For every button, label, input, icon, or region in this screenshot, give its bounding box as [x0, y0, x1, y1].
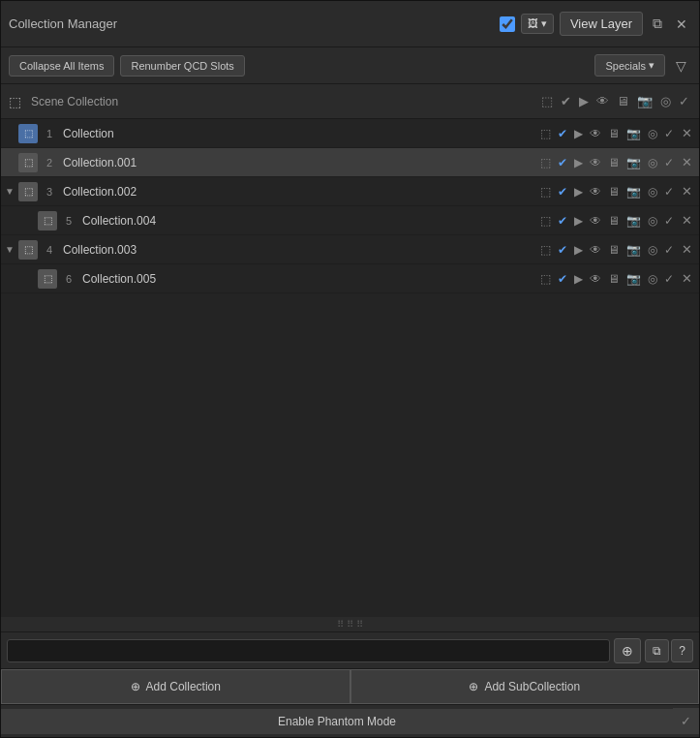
- remove-btn[interactable]: ✕: [679, 154, 695, 170]
- action-camera-icon[interactable]: 📷: [624, 184, 643, 200]
- action-eye-icon[interactable]: 👁: [588, 242, 603, 258]
- action-monitor-icon[interactable]: 🖥: [606, 155, 622, 170]
- action-check-icon[interactable]: ✔: [556, 184, 569, 200]
- close-btn[interactable]: ✕: [672, 15, 691, 34]
- col-monitor-icon[interactable]: 🖥: [615, 93, 631, 109]
- table-row[interactable]: ▼ ⬚ 4 Collection.003 ⬚ ✔ ▶ 👁 🖥 📷 ◎ ✓ ✕: [1, 235, 699, 264]
- search-input[interactable]: [7, 639, 610, 662]
- collapse-all-btn[interactable]: Collapse All Items: [9, 55, 114, 77]
- action-camera-icon[interactable]: 📷: [624, 155, 643, 170]
- search-bar: ⊕ ⧉ ?: [1, 631, 699, 668]
- search-add-btn[interactable]: ⊕: [614, 638, 641, 663]
- action-eye-icon[interactable]: 👁: [588, 184, 603, 200]
- expand-icon: [5, 157, 18, 168]
- action-tick-icon[interactable]: ✓: [662, 155, 676, 170]
- action-check-icon[interactable]: ✔: [556, 213, 569, 229]
- renumber-qcd-btn[interactable]: Renumber QCD Slots: [120, 55, 244, 77]
- action-tick-icon[interactable]: ✓: [662, 213, 676, 229]
- action-arrow-icon[interactable]: ▶: [572, 213, 585, 229]
- collection-actions: ⬚ ✔ ▶ 👁 🖥 📷 ◎ ✓ ✕: [538, 125, 695, 141]
- specials-btn[interactable]: Specials ▾: [594, 54, 665, 77]
- action-eye-icon[interactable]: 👁: [588, 155, 603, 170]
- action-eye-icon[interactable]: 👁: [588, 213, 603, 229]
- action-circle-icon[interactable]: ◎: [646, 242, 659, 258]
- action-circle-icon[interactable]: ◎: [646, 126, 659, 141]
- action-arrow-icon[interactable]: ▶: [572, 155, 585, 170]
- action-tick-icon[interactable]: ✓: [662, 126, 676, 141]
- remove-btn[interactable]: ✕: [679, 183, 695, 200]
- collection-actions: ⬚ ✔ ▶ 👁 🖥 📷 ◎ ✓ ✕: [538, 270, 695, 287]
- action-circle-icon[interactable]: ◎: [646, 271, 659, 287]
- action-monitor-icon[interactable]: 🖥: [606, 213, 622, 229]
- expand-icon[interactable]: [5, 128, 18, 138]
- col-eye-icon[interactable]: 👁: [594, 93, 611, 109]
- action-exclude-icon[interactable]: ⬚: [538, 271, 553, 287]
- action-monitor-icon[interactable]: 🖥: [606, 184, 622, 200]
- action-tick-icon[interactable]: ✓: [662, 184, 676, 200]
- action-circle-icon[interactable]: ◎: [646, 213, 659, 229]
- action-eye-icon[interactable]: 👁: [588, 271, 603, 287]
- action-circle-icon[interactable]: ◎: [646, 184, 659, 200]
- enable-phantom-btn[interactable]: Enable Phantom Mode: [1, 709, 673, 734]
- action-exclude-icon[interactable]: ⬚: [538, 126, 553, 141]
- action-exclude-icon[interactable]: ⬚: [538, 155, 553, 170]
- action-check-icon[interactable]: ✔: [556, 155, 569, 170]
- action-check-icon[interactable]: ✔: [556, 271, 569, 287]
- view-toggle-btn-2[interactable]: ?: [671, 639, 693, 662]
- col-camera-icon[interactable]: 📷: [635, 93, 654, 109]
- view-toggle-btn-1[interactable]: ⧉: [645, 639, 669, 662]
- action-camera-icon[interactable]: 📷: [624, 126, 643, 141]
- table-row[interactable]: ⬚ 5 Collection.004 ⬚ ✔ ▶ 👁 🖥 📷 ◎ ✓ ✕: [1, 206, 699, 235]
- image-icon-btn[interactable]: 🖼 ▾: [521, 14, 554, 34]
- table-row[interactable]: ⬚ 2 Collection.001 ⬚ ✔ ▶ 👁 🖥 📷 ◎ ✓ ✕: [1, 148, 699, 177]
- filter-btn[interactable]: ▽: [671, 56, 691, 76]
- collection-number: 3: [42, 186, 57, 198]
- action-check-icon[interactable]: ✔: [556, 242, 569, 258]
- action-arrow-icon[interactable]: ▶: [572, 184, 585, 200]
- add-collection-btn[interactable]: ⊕ Add Collection: [1, 669, 350, 704]
- remove-btn[interactable]: ✕: [679, 212, 695, 229]
- action-arrow-icon[interactable]: ▶: [572, 126, 585, 141]
- action-tick-icon[interactable]: ✓: [662, 271, 676, 287]
- col-exclude-icon[interactable]: ⬚: [539, 93, 555, 109]
- collection-number: 4: [42, 244, 57, 256]
- copy-btn[interactable]: ⧉: [649, 14, 666, 34]
- collection-name: Collection.002: [57, 185, 538, 199]
- col-arrow-icon[interactable]: ▶: [577, 93, 591, 109]
- col-tick-icon[interactable]: ✓: [677, 93, 691, 109]
- footer-row-1: ⊕ Add Collection ⊕ Add SubCollection: [1, 669, 699, 704]
- collection-folder-icon: ⬚: [18, 124, 38, 143]
- expand-icon[interactable]: ▼: [5, 186, 18, 197]
- add-subcollection-btn[interactable]: ⊕ Add SubCollection: [350, 669, 700, 704]
- action-eye-icon[interactable]: 👁: [588, 126, 603, 141]
- collection-name: Collection.004: [76, 214, 538, 228]
- action-monitor-icon[interactable]: 🖥: [606, 242, 622, 258]
- table-row[interactable]: ▼ ⬚ 3 Collection.002 ⬚ ✔ ▶ 👁 🖥 📷 ◎ ✓ ✕: [1, 177, 699, 206]
- action-tick-icon[interactable]: ✓: [662, 242, 676, 258]
- action-arrow-icon[interactable]: ▶: [572, 242, 585, 258]
- remove-btn[interactable]: ✕: [679, 270, 695, 287]
- action-monitor-icon[interactable]: 🖥: [606, 271, 622, 287]
- action-camera-icon[interactable]: 📷: [624, 213, 643, 229]
- enable-checkbox[interactable]: [500, 16, 515, 32]
- col-check-icon[interactable]: ✔: [559, 93, 573, 109]
- action-exclude-icon[interactable]: ⬚: [538, 213, 553, 229]
- action-exclude-icon[interactable]: ⬚: [538, 184, 553, 200]
- col-circle-icon[interactable]: ◎: [658, 93, 673, 109]
- drag-handle[interactable]: ⠿ ⠿ ⠿: [1, 617, 699, 631]
- action-camera-icon[interactable]: 📷: [624, 242, 643, 258]
- action-arrow-icon[interactable]: ▶: [572, 271, 585, 287]
- action-camera-icon[interactable]: 📷: [624, 271, 643, 287]
- view-layer-btn[interactable]: View Layer: [560, 12, 643, 36]
- remove-btn[interactable]: ✕: [679, 125, 695, 141]
- action-exclude-icon[interactable]: ⬚: [538, 242, 553, 258]
- collection-number: 6: [61, 273, 76, 285]
- phantom-check-icon[interactable]: ✓: [673, 708, 699, 734]
- remove-btn[interactable]: ✕: [679, 241, 695, 258]
- action-check-icon[interactable]: ✔: [556, 126, 569, 141]
- action-circle-icon[interactable]: ◎: [646, 155, 659, 170]
- action-monitor-icon[interactable]: 🖥: [606, 126, 622, 141]
- expand-icon[interactable]: ▼: [5, 244, 18, 255]
- table-row[interactable]: ⬚ 6 Collection.005 ⬚ ✔ ▶ 👁 🖥 📷 ◎ ✓ ✕: [1, 264, 699, 293]
- table-row[interactable]: ⬚ 1 Collection ⬚ ✔ ▶ 👁 🖥 📷 ◎ ✓ ✕: [1, 119, 699, 148]
